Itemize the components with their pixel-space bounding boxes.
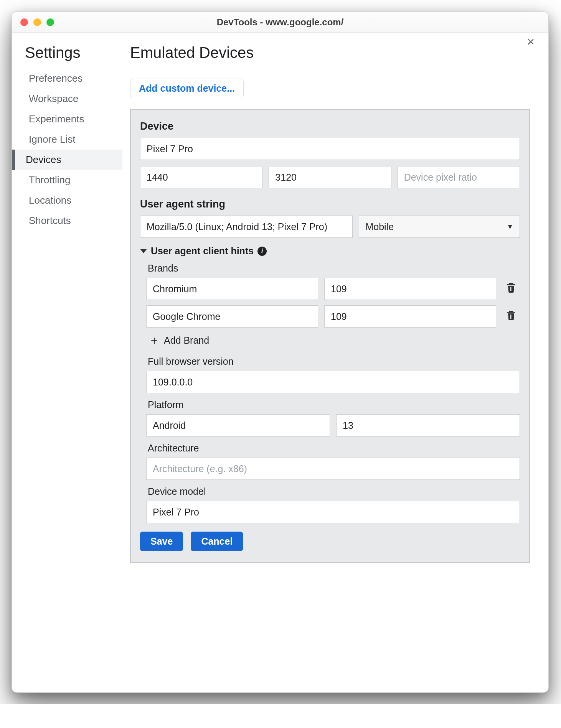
device-dpr-input[interactable]: [398, 166, 520, 188]
sidebar-item-locations[interactable]: Locations: [13, 190, 122, 211]
ua-hints-section: Brands ＋ Add Brand Full browser version …: [140, 263, 520, 523]
settings-sidebar: Settings PreferencesWorkspaceExperiments…: [12, 33, 122, 692]
platform-label: Platform: [148, 399, 520, 410]
ua-section-label: User agent string: [140, 198, 520, 210]
ua-type-select[interactable]: Mobile ▼: [359, 216, 520, 238]
minimize-window-button[interactable]: [33, 18, 41, 26]
sidebar-item-experiments[interactable]: Experiments: [13, 109, 122, 129]
brand-version-input[interactable]: [324, 278, 496, 300]
device-model-input[interactable]: [146, 501, 520, 523]
architecture-input[interactable]: [146, 458, 520, 480]
page-heading: Emulated Devices: [130, 44, 530, 61]
sidebar-item-preferences[interactable]: Preferences: [13, 68, 122, 89]
settings-main: Emulated Devices Add custom device... De…: [122, 33, 548, 692]
info-icon[interactable]: i: [257, 247, 267, 256]
device-form-panel: Device User agent string Mobile ▼: [130, 109, 530, 563]
ua-hints-label: User agent client hints: [151, 245, 254, 257]
device-height-input[interactable]: [269, 166, 391, 188]
architecture-label: Architecture: [148, 443, 520, 454]
ua-type-value: Mobile: [365, 221, 394, 232]
app-window: DevTools - www.google.com/ × Settings Pr…: [12, 12, 549, 693]
brand-row: [146, 278, 520, 300]
add-custom-device-button[interactable]: Add custom device...: [130, 79, 244, 98]
sidebar-item-shortcuts[interactable]: Shortcuts: [13, 211, 122, 231]
disclosure-triangle-icon[interactable]: [140, 249, 147, 253]
content: × Settings PreferencesWorkspaceExperimen…: [12, 33, 548, 692]
device-section-label: Device: [140, 120, 520, 132]
zoom-window-button[interactable]: [46, 18, 54, 26]
sidebar-item-workspace[interactable]: Workspace: [13, 89, 122, 109]
plus-icon: ＋: [148, 334, 160, 346]
trash-icon[interactable]: [502, 310, 520, 323]
traffic-lights: [12, 18, 54, 26]
brand-name-input[interactable]: [146, 278, 318, 300]
brand-name-input[interactable]: [146, 305, 318, 328]
add-brand-button[interactable]: ＋ Add Brand: [148, 334, 209, 346]
sidebar-item-devices[interactable]: Devices: [12, 150, 122, 170]
brand-row: [146, 305, 520, 328]
settings-title: Settings: [25, 44, 122, 61]
window-title: DevTools - www.google.com/: [12, 17, 548, 28]
ua-string-input[interactable]: [140, 216, 353, 238]
settings-nav: PreferencesWorkspaceExperimentsIgnore Li…: [12, 68, 122, 231]
brands-label: Brands: [148, 263, 520, 274]
sidebar-item-throttling[interactable]: Throttling: [13, 170, 122, 190]
close-window-button[interactable]: [20, 18, 28, 26]
titlebar: DevTools - www.google.com/: [12, 12, 548, 33]
chevron-down-icon: ▼: [507, 223, 513, 231]
trash-icon[interactable]: [502, 283, 520, 295]
brands-list: [146, 278, 520, 328]
add-brand-label: Add Brand: [164, 335, 209, 346]
full-version-input[interactable]: [146, 371, 520, 393]
full-version-label: Full browser version: [148, 356, 520, 367]
close-icon[interactable]: ×: [527, 35, 535, 48]
divider: [130, 70, 530, 70]
save-button[interactable]: Save: [140, 532, 183, 551]
sidebar-item-ignore-list[interactable]: Ignore List: [13, 129, 122, 150]
device-name-input[interactable]: [140, 138, 520, 160]
platform-version-input[interactable]: [336, 414, 520, 436]
device-model-label: Device model: [148, 486, 520, 497]
device-width-input[interactable]: [140, 166, 262, 188]
platform-name-input[interactable]: [146, 414, 330, 436]
brand-version-input[interactable]: [324, 305, 496, 328]
cancel-button[interactable]: Cancel: [191, 532, 243, 551]
